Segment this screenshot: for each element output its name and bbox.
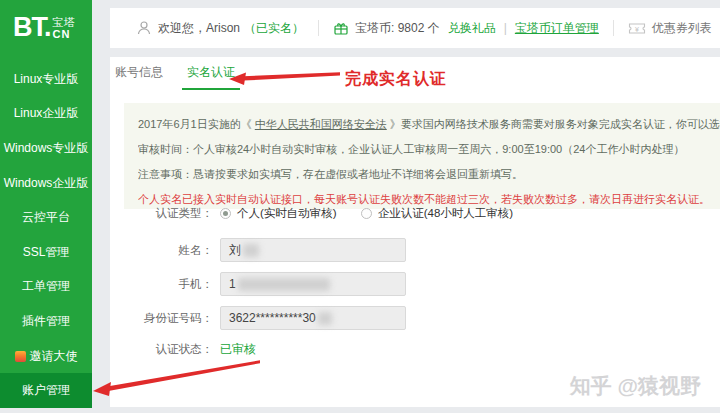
tab-account-info[interactable]: 账号信息 bbox=[110, 57, 168, 90]
verification-type-label: 认证类型： bbox=[110, 206, 213, 221]
tab-realname-verification[interactable]: 实名认证 bbox=[182, 57, 240, 90]
sidebar-item-label: Linux企业版 bbox=[14, 105, 79, 122]
sidebar-item-ssl[interactable]: SSL管理 bbox=[0, 235, 92, 270]
redaction-blur bbox=[318, 312, 332, 325]
id-number-value: 3622**********30 bbox=[229, 311, 316, 325]
welcome-text: 欢迎您，Arison bbox=[158, 20, 240, 37]
bt-logo[interactable]: BT. 宝塔 CN bbox=[0, 0, 92, 41]
divider bbox=[613, 20, 614, 36]
sidebar-item-linux-pro[interactable]: Linux专业版 bbox=[0, 62, 92, 97]
notice-line-review-time: 审核时间：个人审核24小时自动实时审核，企业认证人工审核周一至周六，9:00至1… bbox=[138, 137, 720, 162]
coin-orders-link[interactable]: 宝塔币订单管理 bbox=[515, 20, 599, 37]
name-row: 姓名： 刘 bbox=[110, 238, 406, 262]
coupon-list-link[interactable]: 优惠券列表 bbox=[652, 20, 712, 37]
sidebar-item-account-management[interactable]: 账户管理 bbox=[0, 373, 92, 408]
sidebar: BT. 宝塔 CN Linux专业版 Linux企业版 Windows专业版 W… bbox=[0, 0, 92, 408]
sidebar-item-linux-enterprise[interactable]: Linux企业版 bbox=[0, 97, 92, 132]
sidebar-item-work-orders[interactable]: 工单管理 bbox=[0, 270, 92, 305]
sidebar-item-label: 工单管理 bbox=[22, 278, 70, 295]
tab-bar: 账号信息 实名认证 bbox=[110, 57, 240, 90]
redaction-blur bbox=[243, 244, 259, 257]
user-welcome: 欢迎您，Arison （已实名） bbox=[136, 20, 304, 37]
notice-line-caution: 注意事项：恳请按要求如实填写，存在虚假或者地址不详细将会退回重新填写。 bbox=[138, 162, 720, 187]
sidebar-item-invite-ambassador[interactable]: 邀请大使 bbox=[0, 339, 92, 374]
verification-type-options: 个人(实时自动审核) 企业认证(48小时人工审核) bbox=[220, 206, 537, 221]
redaction-blur bbox=[238, 278, 330, 291]
notice-text: 》要求国内网络技术服务商需要对服务对象完成实名认证，你可以选择任意一种方式完成认… bbox=[387, 118, 720, 130]
name-input[interactable]: 刘 bbox=[220, 238, 406, 262]
radio-company[interactable] bbox=[361, 208, 372, 219]
radio-personal-label[interactable]: 个人(实时自动审核) bbox=[237, 206, 337, 221]
id-number-label: 身份证号码： bbox=[110, 311, 213, 326]
annotation-complete-verification: 完成实名认证 bbox=[345, 69, 447, 90]
status-label: 认证状态： bbox=[110, 342, 213, 357]
sidebar-item-label: Windows企业版 bbox=[4, 175, 89, 192]
sidebar-item-windows-enterprise[interactable]: Windows企业版 bbox=[0, 166, 92, 201]
id-number-input[interactable]: 3622**********30 bbox=[220, 306, 406, 330]
coin-balance: 宝塔币: 9802 个 bbox=[355, 20, 440, 37]
gift-icon bbox=[333, 20, 349, 36]
logo-baota-text: 宝塔 bbox=[53, 16, 75, 28]
cybersecurity-law-link[interactable]: 中华人民共和国网络安全法 bbox=[255, 118, 387, 130]
user-icon bbox=[136, 20, 152, 36]
sidebar-item-label: SSL管理 bbox=[23, 244, 70, 261]
sidebar-item-label: Linux专业版 bbox=[14, 71, 79, 88]
pipe-separator: | bbox=[504, 21, 507, 35]
sidebar-item-label: 邀请大使 bbox=[30, 348, 78, 365]
phone-value: 1 bbox=[229, 277, 236, 291]
phone-input[interactable]: 1 bbox=[220, 272, 406, 296]
logo-cn-text: CN bbox=[53, 28, 75, 40]
exchange-gifts-link[interactable]: 兑换礼品 bbox=[448, 20, 496, 37]
page: BT. 宝塔 CN Linux专业版 Linux企业版 Windows专业版 W… bbox=[0, 0, 720, 413]
phone-label: 手机： bbox=[110, 277, 213, 292]
notice-line-law: 2017年6月1日实施的《 中华人民共和国网络安全法 》要求国内网络技术服务商需… bbox=[138, 112, 720, 137]
sidebar-item-windows-pro[interactable]: Windows专业版 bbox=[0, 131, 92, 166]
coupon-icon: ¥ bbox=[628, 22, 646, 35]
status-badge: 已审核 bbox=[220, 341, 256, 358]
radio-personal[interactable] bbox=[220, 208, 231, 219]
logo-bt-text: BT. bbox=[13, 14, 51, 41]
sidebar-item-label: 插件管理 bbox=[22, 313, 70, 330]
name-value: 刘 bbox=[229, 242, 241, 259]
status-row: 认证状态： 已审核 bbox=[110, 341, 256, 358]
notice-box: 2017年6月1日实施的《 中华人民共和国网络安全法 》要求国内网络技术服务商需… bbox=[124, 103, 720, 209]
sidebar-item-label: Windows专业版 bbox=[4, 140, 89, 157]
topbar: 欢迎您，Arison （已实名） 宝塔币: 9802 个 兑换礼品 | 宝塔币订… bbox=[110, 8, 720, 48]
notice-text: 2017年6月1日实施的《 bbox=[138, 118, 255, 130]
radio-company-label[interactable]: 企业认证(48小时人工审核) bbox=[378, 206, 513, 221]
invite-ambassador-icon bbox=[15, 351, 26, 362]
id-number-row: 身份证号码： 3622**********30 bbox=[110, 306, 406, 330]
sidebar-item-plugins[interactable]: 插件管理 bbox=[0, 304, 92, 339]
svg-text:¥: ¥ bbox=[635, 25, 639, 32]
sidebar-menu: Linux专业版 Linux企业版 Windows专业版 Windows企业版 … bbox=[0, 62, 92, 408]
coupons-section: ¥ 优惠券列表 bbox=[628, 20, 712, 37]
zhihu-watermark: 知乎 @猿视野 bbox=[570, 372, 701, 400]
verification-type-row: 认证类型： 个人(实时自动审核) 企业认证(48小时人工审核) bbox=[110, 206, 537, 221]
phone-row: 手机： 1 bbox=[110, 272, 406, 296]
verified-badge: （已实名） bbox=[244, 20, 304, 37]
divider bbox=[318, 20, 319, 36]
radio-selected-dot bbox=[223, 211, 228, 216]
sidebar-item-label: 账户管理 bbox=[22, 382, 70, 399]
sidebar-item-label: 云控平台 bbox=[22, 209, 70, 226]
coin-section: 宝塔币: 9802 个 兑换礼品 | 宝塔币订单管理 bbox=[333, 20, 599, 37]
sidebar-item-cloud-control[interactable]: 云控平台 bbox=[0, 200, 92, 235]
name-label: 姓名： bbox=[110, 243, 213, 258]
main-content: 账号信息 实名认证 2017年6月1日实施的《 中华人民共和国网络安全法 》要求… bbox=[110, 57, 720, 407]
